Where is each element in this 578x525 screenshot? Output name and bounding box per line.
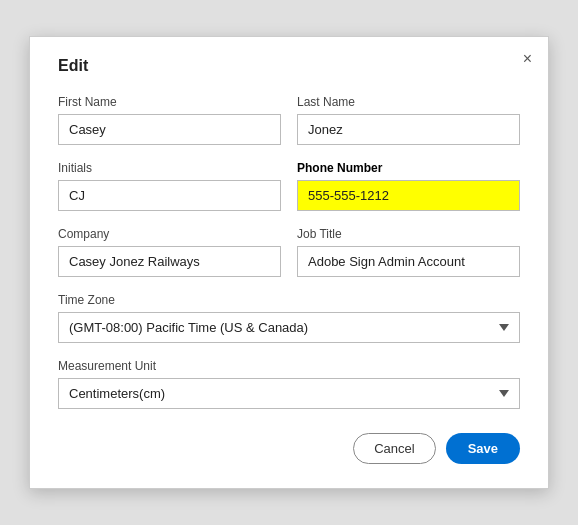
- job-title-group: Job Title: [297, 227, 520, 277]
- first-name-label: First Name: [58, 95, 281, 109]
- timezone-group: Time Zone (GMT-08:00) Pacific Time (US &…: [58, 293, 520, 343]
- first-name-group: First Name: [58, 95, 281, 145]
- measurement-label: Measurement Unit: [58, 359, 520, 373]
- timezone-select[interactable]: (GMT-08:00) Pacific Time (US & Canada): [58, 312, 520, 343]
- first-name-input[interactable]: [58, 114, 281, 145]
- dialog-title: Edit: [58, 57, 520, 75]
- phone-input[interactable]: [297, 180, 520, 211]
- initials-label: Initials: [58, 161, 281, 175]
- cancel-button[interactable]: Cancel: [353, 433, 435, 464]
- measurement-select[interactable]: Centimeters(cm): [58, 378, 520, 409]
- job-title-input[interactable]: [297, 246, 520, 277]
- dialog-footer: Cancel Save: [58, 433, 520, 464]
- company-input[interactable]: [58, 246, 281, 277]
- company-group: Company: [58, 227, 281, 277]
- company-label: Company: [58, 227, 281, 241]
- job-title-label: Job Title: [297, 227, 520, 241]
- initials-group: Initials: [58, 161, 281, 211]
- last-name-group: Last Name: [297, 95, 520, 145]
- last-name-label: Last Name: [297, 95, 520, 109]
- name-row: First Name Last Name: [58, 95, 520, 145]
- company-job-row: Company Job Title: [58, 227, 520, 277]
- close-button[interactable]: ×: [523, 51, 532, 67]
- dialog-overlay: Edit × First Name Last Name Initials Pho…: [0, 0, 578, 525]
- save-button[interactable]: Save: [446, 433, 520, 464]
- edit-dialog: Edit × First Name Last Name Initials Pho…: [29, 36, 549, 489]
- timezone-label: Time Zone: [58, 293, 520, 307]
- last-name-input[interactable]: [297, 114, 520, 145]
- initials-input[interactable]: [58, 180, 281, 211]
- phone-label: Phone Number: [297, 161, 520, 175]
- measurement-group: Measurement Unit Centimeters(cm): [58, 359, 520, 409]
- initials-phone-row: Initials Phone Number: [58, 161, 520, 211]
- phone-group: Phone Number: [297, 161, 520, 211]
